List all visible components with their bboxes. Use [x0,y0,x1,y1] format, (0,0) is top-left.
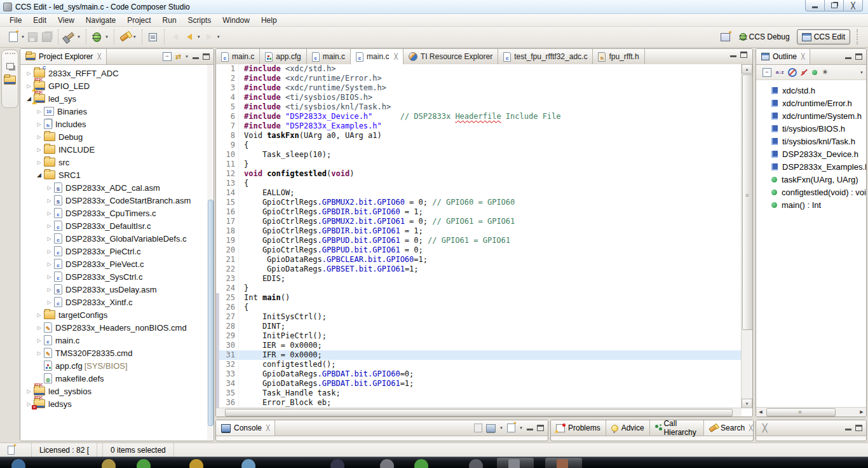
taskbar-icon-8[interactable] [414,459,428,468]
tree-item-dsp2833x-globalvariabledefs-c[interactable]: ▷cDSP2833x_GlobalVariableDefs.c [20,232,214,245]
code-line-23[interactable]: 23 EDIS; [216,274,742,284]
menu-project[interactable]: Project [121,15,156,26]
link-with-editor-icon[interactable]: ⇄ [175,53,181,61]
editor-tab-fpu-rfft-h[interactable]: hfpu_rfft.h [593,49,644,64]
line-number[interactable]: 12 [219,169,238,179]
tab-call-hierarchy[interactable]: Call Hierarchy [650,420,704,436]
expand-arrow-icon[interactable]: ▷ [44,185,54,191]
line-number[interactable]: 29 [219,331,238,341]
code-line-9[interactable]: 9{ [216,141,742,150]
expand-arrow-icon[interactable]: ▷ [44,198,54,203]
line-number[interactable]: 35 [219,389,238,398]
new-dropdown-icon[interactable]: ▼ [21,35,25,39]
close-button[interactable]: ╳ [843,0,863,11]
code-line-1[interactable]: 1#include <xdc/std.h> [216,64,742,74]
code-line-7[interactable]: 7#include "DSP2833x_Examples.h" [216,121,742,131]
tree-item-dsp2833x-headers-nonbios-cmd[interactable]: ▷✎DSP2833x_Headers_nonBIOS.cmd [20,321,214,334]
hide-fields-icon[interactable] [788,68,797,77]
code-line-26[interactable]: 26{ [216,303,742,312]
scrollbar-thumb[interactable] [742,74,753,330]
new-console-icon[interactable] [507,423,515,432]
tab-advice[interactable]: Advice [606,420,650,436]
menu-file[interactable]: File [4,15,27,26]
tree-item-binaries[interactable]: ▷10Binaries [20,105,214,118]
save-all-button[interactable] [40,30,54,44]
expand-arrow-icon[interactable]: ▷ [44,249,54,254]
code-line-5[interactable]: 5#include <ti/sysbios/knl/Task.h> [216,102,742,112]
tab-problems[interactable]: Problems [551,420,606,436]
line-number[interactable]: 36 [219,398,238,408]
new-button[interactable] [6,30,20,44]
menu-edit[interactable]: Edit [27,15,52,26]
minimize-icon[interactable] [845,429,851,430]
back-button[interactable] [182,30,196,44]
code-line-17[interactable]: 17 GpioCtrlRegs.GPBMUX2.bit.GPIO61 = 0; … [216,217,742,226]
code-line-2[interactable]: 2#include <xdc/runtime/Error.h> [216,74,742,83]
minimized-explorer-icon[interactable] [4,76,16,85]
perspective-ccs-edit[interactable]: CCS Edit [797,29,850,45]
expand-arrow-icon[interactable]: ▷ [34,338,44,343]
scroll-up-icon[interactable]: ▲ [742,64,752,74]
tree-item-main-c[interactable]: ▷cmain.c [20,334,214,347]
tree-item-dsp2833x-pievect-c[interactable]: ▷cDSP2833x_PieVect.c [20,258,214,270]
tree-item-dsp2833x-usdelay-asm[interactable]: ▷SDSP2833x_usDelay.asm [20,283,214,296]
tree-item-dsp2833x-xintf-c[interactable]: ▷cDSP2833x_Xintf.c [20,296,214,308]
expand-arrow-icon[interactable]: ▷ [34,312,44,318]
line-number[interactable]: 9 [219,141,238,150]
code-line-13[interactable]: 13{ [216,179,742,188]
tree-item-ledsys[interactable]: ▷RTSC×ledsys [20,397,214,410]
line-number[interactable]: 17 [219,217,238,226]
line-number[interactable]: 22 [219,265,238,274]
outline-tab[interactable]: Outline ╳ [756,49,810,64]
explorer-scrollbar[interactable] [207,65,213,440]
tree-item-dsp2833x-defaultisr-c[interactable]: ▷cDSP2833x_DefaultIsr.c [20,219,214,232]
line-number[interactable]: 21 [219,255,238,265]
code-line-18[interactable]: 18 GpioCtrlRegs.GPBDIR.bit.GPIO61 = 1; [216,226,742,236]
line-number[interactable]: 7 [219,121,238,131]
debug-button[interactable] [90,30,104,44]
editor-tab-app-cfg[interactable]: app.cfg [260,49,306,64]
code-line-11[interactable]: 11} [216,160,742,169]
code-line-29[interactable]: 29 InitPieCtrl(); [216,331,742,341]
tree-item-includes[interactable]: ▷hIncludes [20,118,214,130]
outline-item-ti-sysbios-bios-h[interactable]: ti/sysbios/BIOS.h [756,122,866,135]
close-icon[interactable]: ╳ [749,425,752,431]
tree-item-dsp2833x-codestartbranch-asm[interactable]: ▷SDSP2833x_CodeStartBranch.asm [20,194,214,207]
expand-arrow-icon[interactable]: ▷ [44,299,54,305]
forward-dropdown-icon[interactable]: ▼ [217,35,220,39]
line-number[interactable]: 5 [219,102,238,112]
display-console-icon[interactable] [486,424,496,432]
collapse-all-icon[interactable]: − [163,52,172,61]
target-dropdown-icon[interactable]: ▼ [133,35,137,39]
expand-arrow-icon[interactable]: ▷ [34,350,44,356]
line-number[interactable]: 31 [219,350,238,360]
line-number[interactable]: 24 [219,284,238,293]
open-element-button[interactable] [146,30,160,44]
forward-button[interactable] [202,30,216,44]
collapse-all-icon[interactable]: − [763,68,771,77]
code-line-16[interactable]: 16 GpioCtrlRegs.GPBDIR.bit.GPIO60 = 1; [216,207,742,217]
scroll-left-icon[interactable]: ◀ [756,408,765,415]
outline-item-xdc-runtime-error-h[interactable]: xdc/runtime/Error.h [756,97,866,109]
expand-arrow-icon[interactable]: ▷ [24,389,34,394]
taskbar-icon-11[interactable] [545,458,582,468]
code-line-32[interactable]: 32 configtestled(); [216,360,742,369]
taskbar-icon-3[interactable] [137,459,151,468]
minimize-icon[interactable] [527,429,533,430]
editor-tab-main-c[interactable]: cmain.c [307,49,351,64]
expand-arrow-icon[interactable]: ▷ [34,109,44,114]
detached-tab-icon[interactable]: ╳ [756,423,767,432]
taskbar-icon-4[interactable] [189,459,203,468]
collapse-arrow-icon[interactable]: ◢ [24,95,34,102]
tree-item-makefile-defs[interactable]: ◎makefile.defs [20,372,214,385]
expand-arrow-icon[interactable]: ▷ [44,210,54,216]
menu-scripts[interactable]: Scripts [182,15,217,26]
minimize-icon[interactable] [193,57,199,59]
line-number[interactable]: 20 [219,245,238,255]
line-number[interactable]: 18 [219,226,238,236]
view-menu-icon[interactable]: ▼ [860,71,864,74]
maximize-icon[interactable] [855,425,862,431]
expand-arrow-icon[interactable]: ▷ [44,287,54,292]
close-icon[interactable]: ╳ [801,53,804,60]
code-line-24[interactable]: 24} [216,284,742,293]
